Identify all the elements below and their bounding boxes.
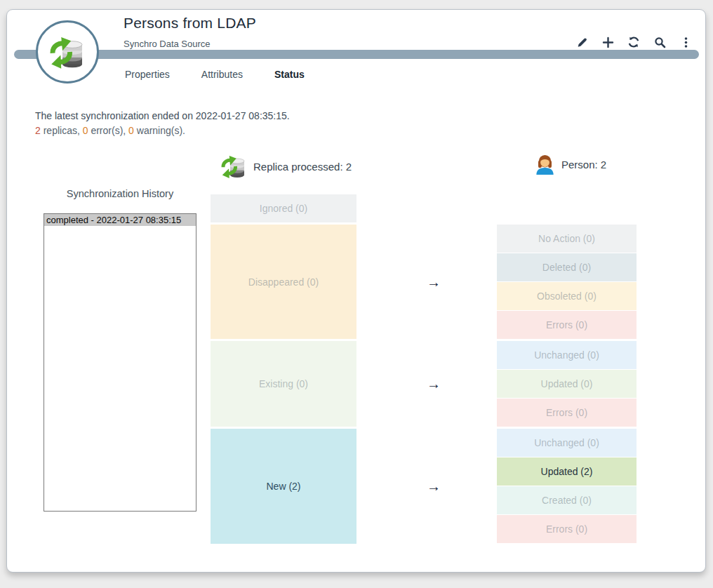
sync-history-item[interactable]: completed - 2022-01-27 08:35:15	[44, 214, 196, 226]
sync-summary-line: The latest synchronization ended on 2022…	[35, 110, 290, 121]
person-icon	[534, 154, 556, 175]
tab-properties[interactable]: Properties	[125, 67, 170, 81]
object-details-panel: Persons from LDAP Synchro Data Source	[6, 9, 706, 573]
warnings-count: 0	[128, 125, 134, 136]
flow-box-ignored: Ignored (0)	[211, 194, 356, 222]
flow-box-errors-new: Errors (0)	[497, 515, 637, 543]
add-button[interactable]	[601, 35, 615, 49]
replicas-count: 2	[35, 125, 41, 136]
replica-processed-header: Replica processed: 2	[220, 152, 352, 180]
errors-count: 0	[83, 125, 88, 136]
flow-box-created-new: Created (0)	[497, 486, 637, 514]
person-count-label: Person: 2	[561, 159, 606, 171]
flow-box-unchanged-existing: Unchanged (0)	[497, 341, 637, 369]
flow-box-updated-existing: Updated (0)	[497, 370, 637, 398]
sync-history-title: Synchronization History	[44, 188, 196, 199]
search-icon	[654, 36, 666, 48]
arrow-new-icon: →	[420, 476, 448, 496]
person-header: Person: 2	[534, 154, 606, 175]
arrow-disappeared-icon: →	[420, 272, 448, 292]
replica-processed-label: Replica processed: 2	[253, 161, 352, 173]
flow-box-disappeared: Disappeared (0)	[211, 225, 356, 339]
refresh-icon	[627, 36, 640, 48]
tab-bar: Properties Attributes Status	[125, 67, 305, 81]
more-actions-button[interactable]	[679, 35, 693, 49]
flow-box-obsoleted: Obsoleted (0)	[497, 282, 637, 310]
plus-icon	[602, 36, 614, 48]
flow-box-no-action: No Action (0)	[497, 225, 637, 253]
flow-box-errors-disappeared: Errors (0)	[497, 311, 637, 339]
page-subtitle: Synchro Data Source	[124, 39, 211, 49]
search-button[interactable]	[653, 35, 667, 49]
flow-box-new: New (2)	[211, 429, 356, 544]
header-toolbar	[575, 35, 693, 49]
sync-history-listbox[interactable]: completed - 2022-01-27 08:35:15	[44, 213, 196, 512]
page-title: Persons from LDAP	[124, 15, 256, 32]
kebab-menu-icon	[680, 36, 692, 48]
tab-status[interactable]: Status	[274, 67, 305, 81]
flow-box-unchanged-new: Unchanged (0)	[497, 429, 637, 457]
arrow-existing-icon: →	[420, 374, 448, 394]
header-divider-bar	[14, 50, 699, 59]
object-icon-badge	[36, 20, 99, 83]
sync-counts-line: 2 replicas, 0 error(s), 0 warning(s).	[35, 125, 185, 136]
tab-attributes[interactable]: Attributes	[201, 67, 243, 81]
edit-button[interactable]	[575, 35, 589, 49]
refresh-button[interactable]	[627, 35, 641, 49]
flow-box-updated-new: Updated (2)	[497, 457, 637, 486]
synchro-data-source-icon	[48, 32, 87, 72]
flow-box-errors-existing: Errors (0)	[497, 399, 637, 427]
flow-box-existing: Existing (0)	[211, 341, 356, 427]
pencil-icon	[576, 36, 588, 48]
replica-sync-icon	[220, 152, 248, 180]
flow-box-deleted: Deleted (0)	[497, 253, 637, 281]
